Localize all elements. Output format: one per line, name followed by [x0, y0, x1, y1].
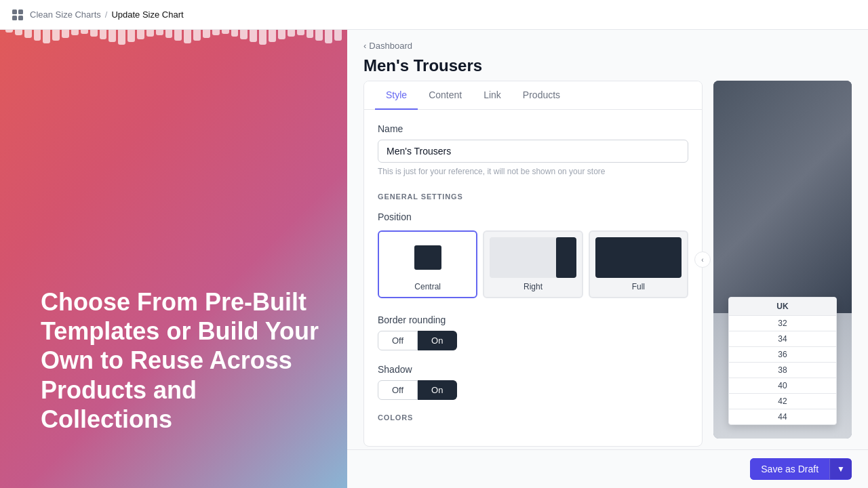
- decorative-bar: [24, 30, 32, 38]
- name-label: Name: [378, 123, 688, 134]
- preview-table-row: 38: [729, 362, 836, 378]
- name-input[interactable]: [378, 140, 688, 163]
- decorative-bar: [43, 30, 50, 43]
- preview-table-row: 40: [729, 378, 836, 393]
- settings-content: Name This is just for your reference, it…: [364, 110, 702, 446]
- chevron-down-icon: ▼: [837, 464, 845, 474]
- right-position-indicator: [490, 237, 576, 278]
- preview-table-row: 32: [729, 315, 836, 331]
- preview-table-size-cell: 40: [729, 378, 836, 393]
- tab-link[interactable]: Link: [473, 81, 512, 110]
- position-card-label-right: Right: [524, 282, 542, 291]
- decorative-bar: [231, 30, 239, 37]
- position-card-label-central: Central: [414, 282, 441, 291]
- preview-background-image: UK 32343638404244: [713, 81, 852, 439]
- shadow-group: Shadow Off On: [378, 364, 688, 400]
- border-rounding-toggles: Off On: [378, 331, 688, 350]
- preview-table-size-cell: 34: [729, 331, 836, 346]
- name-hint: This is just for your reference, it will…: [378, 167, 688, 176]
- preview-product-image: [713, 81, 852, 313]
- decorative-bar: [212, 30, 220, 35]
- decorative-bar: [100, 30, 107, 39]
- decorative-bar: [34, 30, 41, 41]
- breadcrumb-app-link[interactable]: Clean Size Charts: [30, 9, 101, 20]
- preview-table-row: 36: [729, 346, 836, 362]
- position-card-right[interactable]: Right: [483, 230, 583, 298]
- save-draft-button-group: Save as Draft ▼: [750, 458, 852, 480]
- preview-table-size-cell: 36: [729, 347, 836, 362]
- decorative-bar: [240, 30, 248, 39]
- right-content: ‹ Dashboard Men's Trousers StyleContentL…: [347, 30, 868, 488]
- back-chevron-icon: ‹: [363, 41, 366, 51]
- breadcrumb-current: Update Size Chart: [111, 9, 183, 20]
- preview-table-row: 34: [729, 331, 836, 346]
- shadow-off-button[interactable]: Off: [378, 380, 418, 400]
- decorative-bar: [193, 30, 201, 41]
- preview-table-body: 32343638404244: [729, 315, 836, 424]
- position-card-central[interactable]: Central: [378, 230, 477, 298]
- full-position-indicator: [595, 237, 682, 278]
- decorative-bar: [307, 30, 314, 38]
- collapse-handle[interactable]: ‹: [694, 251, 711, 268]
- save-draft-dropdown-button[interactable]: ▼: [829, 459, 852, 479]
- page-header: ‹ Dashboard Men's Trousers: [347, 30, 868, 81]
- shadow-label: Shadow: [378, 364, 688, 375]
- tab-style[interactable]: Style: [375, 81, 418, 110]
- decorative-bar: [222, 30, 229, 34]
- preview-size-table: UK 32343638404244: [728, 297, 837, 425]
- decorative-bar: [297, 30, 304, 35]
- decorative-bar: [259, 30, 267, 45]
- preview-panel: UK 32343638404244: [713, 81, 852, 439]
- border-rounding-on-button[interactable]: On: [418, 331, 457, 350]
- svg-rect-2: [12, 16, 17, 20]
- app-icon: [11, 8, 24, 22]
- border-rounding-label: Border rounding: [378, 314, 688, 325]
- svg-rect-3: [18, 16, 23, 20]
- settings-wrapper: StyleContentLinkProducts Name This is ju…: [363, 81, 703, 439]
- decorative-bar: [174, 30, 182, 41]
- tab-products[interactable]: Products: [512, 81, 571, 110]
- decorative-bar: [108, 30, 116, 42]
- tabs-bar: StyleContentLinkProducts: [364, 81, 702, 110]
- name-field-group: Name This is just for your reference, it…: [378, 123, 688, 176]
- left-panel: Choose From Pre-Built Templates or Build…: [0, 30, 347, 488]
- position-visual-right: [490, 237, 576, 278]
- breadcrumb-separator: /: [105, 9, 108, 20]
- main-layout: Choose From Pre-Built Templates or Build…: [0, 30, 868, 488]
- decorative-bar: [184, 30, 191, 43]
- decorative-bar: [288, 30, 295, 37]
- preview-table-size-cell: 44: [729, 409, 836, 424]
- back-label[interactable]: Dashboard: [369, 41, 412, 51]
- breadcrumb: Clean Size Charts / Update Size Chart: [30, 9, 184, 20]
- svg-rect-0: [12, 9, 17, 14]
- shadow-on-button[interactable]: On: [418, 380, 457, 400]
- position-cards: CentralRightFull: [378, 230, 688, 298]
- decorative-bar: [127, 30, 135, 42]
- general-settings-header: GENERAL SETTINGS: [378, 192, 688, 201]
- decorative-bar: [146, 30, 154, 37]
- settings-panel: StyleContentLinkProducts Name This is ju…: [363, 81, 703, 447]
- position-card-full[interactable]: Full: [589, 230, 688, 298]
- central-position-indicator: [414, 245, 441, 270]
- decorative-bar: [52, 30, 60, 41]
- position-card-label-full: Full: [632, 282, 645, 291]
- position-visual-central: [384, 237, 471, 278]
- position-label: Position: [378, 211, 688, 222]
- border-rounding-group: Border rounding Off On: [378, 314, 688, 350]
- back-link[interactable]: ‹ Dashboard: [363, 41, 852, 51]
- content-area: StyleContentLinkProducts Name This is ju…: [347, 81, 868, 449]
- page-title: Men's Trousers: [363, 56, 852, 75]
- decorative-bar: [315, 30, 323, 41]
- decorative-bar: [15, 30, 22, 35]
- decorative-bar: [156, 30, 163, 35]
- decorative-bar: [5, 30, 13, 33]
- position-visual-full: [595, 237, 682, 278]
- tab-content[interactable]: Content: [418, 81, 473, 110]
- border-rounding-off-button[interactable]: Off: [378, 331, 418, 350]
- decorative-bar: [250, 30, 257, 42]
- save-draft-button[interactable]: Save as Draft: [750, 458, 829, 480]
- marketing-text: Choose From Pre-Built Templates or Build…: [41, 287, 320, 434]
- decorative-bar: [137, 30, 144, 39]
- decorative-bar: [81, 30, 88, 34]
- preview-table-size-cell: 42: [729, 394, 836, 409]
